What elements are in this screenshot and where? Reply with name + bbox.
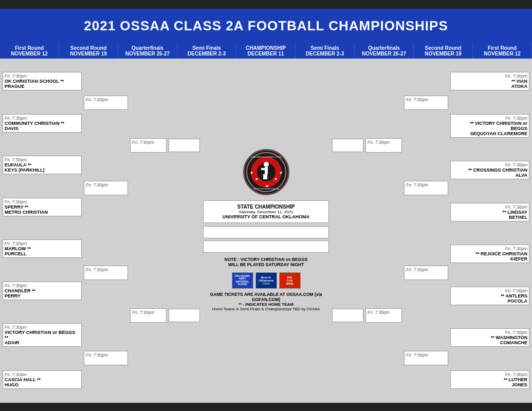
round-header-8: Second Round NOVEMBER 19	[414, 43, 473, 59]
round-headers: First Round NOVEMBER 12 Second Round NOV…	[0, 43, 532, 59]
left-r1-m1-t1: OK CHRISTIAN SCHOOL **	[5, 79, 80, 84]
army-logo: OKLAHOMAARMYNATIONALGUARD	[232, 272, 253, 289]
svg-rect-6	[263, 174, 265, 179]
right-r2-m1: Fri. 7:30pm	[404, 96, 448, 110]
svg-rect-7	[265, 174, 267, 179]
right-r2-m4: Fri. 7:30pm	[404, 351, 448, 365]
right-r1-match-3: Fri. 7:30pm ** CROSSINGS CHRISTIAN ALVA	[450, 161, 529, 179]
left-r2-m4: Fri. 7:30pm	[84, 351, 128, 365]
right-r3-column: Fri. 7:30pm Fri. 7:30pm	[364, 61, 403, 401]
left-r1-match-7: Fri. 7:30pm VICTORY CHRISTIAN or BEGGS *…	[3, 323, 82, 347]
sponsor-logos: OKLAHOMAARMYNATIONALGUARD Best inOklahom…	[232, 272, 301, 289]
svg-text:★: ★	[255, 177, 259, 181]
left-r1-column: Fri. 7:30pm OK CHRISTIAN SCHOOL ** PRAGU…	[2, 61, 83, 401]
center-section: ★ ★ ★ ★ ★ OKLAHOMA SECONDARY SCHOOL ACTI…	[201, 61, 331, 401]
svg-rect-5	[261, 168, 266, 170]
note-line2: WILL BE PLAYED SATURDAY NIGHT	[225, 262, 308, 267]
left-r1-match-5: Fri. 7:00pm MARLOW ** PURCELL	[3, 239, 82, 258]
left-r3-column: Fri. 7:30pm Fri. 7:30pm	[129, 61, 168, 401]
left-r2-m1: Fri. 7:30pm	[84, 96, 128, 110]
ford-logo: Best inOklahoma FORD	[255, 272, 277, 289]
right-r4-m2	[332, 309, 363, 322]
right-r3-m1: Fri. 7:30pm	[365, 138, 402, 153]
footer-line1: GAME TICKETS ARE AVAILABLE AT OSSAA.COM …	[203, 292, 329, 302]
left-r1-match-4: Fri. 7:30pm SPERRY ** METRO CHRISTIAN	[3, 198, 82, 216]
right-r2-column: Fri. 7:30pm Fri. 7:30pm Fri. 7:30pm Fri.…	[403, 61, 449, 401]
championship-venue: UNIVERSITY OF CENTRAL OKLAHOMA	[208, 214, 324, 219]
right-r3-m2: Fri. 7:30pm	[365, 308, 402, 323]
champ-right-semi-box	[203, 240, 329, 253]
note-section: NOTE : VICTORY CHRISTIAN vs BEGGS WILL B…	[225, 257, 308, 267]
left-r4-m2	[169, 309, 200, 322]
right-r2-m3: Fri. 7:30pm	[404, 266, 448, 280]
right-r1-match-4: Fri. 7:30pm ** LINDSAY BETHEL	[450, 203, 529, 221]
left-r3-m1: Fri. 7:30pm	[130, 138, 167, 153]
round-header-2: Second Round NOVEMBER 19	[59, 43, 118, 59]
svg-text:★: ★	[250, 171, 253, 175]
right-r4-column	[331, 61, 364, 401]
right-r1-match-2: Fri. 7:30pm ** VICTORY CHRISTIAN or BEGG…	[450, 114, 529, 138]
note-line1: NOTE : VICTORY CHRISTIAN vs BEGGS	[225, 257, 308, 262]
left-r1-match-8: Fri. 7:30pm CASCIA HALL ** HUGO	[3, 370, 82, 389]
bracket-container: 2021 OSSAA CLASS 2A FOOTBALL CHAMPIONSHI…	[0, 9, 532, 403]
svg-text:ACTIVITIES ASSOCIATION: ACTIVITIES ASSOCIATION	[253, 188, 279, 190]
right-r1-match-7: Fri. 7:30pm ** WASHINGTON COMANCHE	[450, 328, 529, 347]
svg-point-3	[264, 162, 269, 167]
footer-line3: Home Teams in Semi-Finals & Championship…	[203, 307, 329, 311]
left-r2-m3: Fri. 7:30pm	[84, 266, 128, 280]
svg-text:★: ★	[274, 177, 278, 181]
left-r1-match-2: Fri. 7:30pm COMMUNITY CHRISTIAN ** DAVIS	[3, 114, 82, 133]
left-r2-column: Fri. 7:30pm Fri. 7:30pm Fri. 7:30pm Fri.…	[83, 61, 129, 401]
svg-text:★: ★	[279, 171, 283, 175]
round-header-1: First Round NOVEMBER 12	[0, 43, 59, 59]
page-title: 2021 OSSAA CLASS 2A FOOTBALL CHAMPIONSHI…	[0, 9, 532, 43]
ribcrib-logo: RibCribBBQ	[279, 272, 301, 289]
round-header-7: Quarterfinals NOVEMBER 26-27	[355, 43, 414, 59]
left-r3-m2: Fri. 7:30pm	[130, 308, 167, 323]
left-r1-m1-time: Fri. 7:30pm	[5, 73, 80, 79]
left-r1-match-6: Fri. 7:30pm CHANDLER ** PERRY	[3, 282, 82, 300]
left-r4-m1	[169, 139, 200, 152]
state-championship-box: STATE CHAMPIONSHIP Saturday, December 11…	[203, 200, 329, 223]
ossaa-logo-svg: ★ ★ ★ ★ ★ OKLAHOMA SECONDARY SCHOOL ACTI…	[246, 152, 287, 193]
footer-section: GAME TICKETS ARE AVAILABLE AT OSSAA.COM …	[203, 292, 329, 311]
right-r2-m2: Fri. 7:30pm	[404, 181, 448, 195]
left-r1-match-1: Fri. 7:30pm OK CHRISTIAN SCHOOL ** PRAGU…	[3, 72, 82, 90]
championship-date: Saturday, December 11, 2021	[208, 210, 324, 214]
round-header-4: Semi Finals DECEMBER 2-3	[177, 43, 236, 59]
left-r1-m1-t2: PRAGUE	[5, 84, 80, 89]
right-r1-column: Fri. 7:30pm ** VIAN ATOKA Fri. 7:30pm **…	[449, 61, 530, 401]
bracket-body: Fri. 7:30pm OK CHRISTIAN SCHOOL ** PRAGU…	[0, 59, 532, 403]
round-header-6: Semi Finals DECEMBER 2-3	[296, 43, 355, 59]
footer-line2: ** - INDICATES HOME TEAM	[203, 302, 329, 307]
right-r1-match-6: Fri. 7:30pm ** ANTLERS POCOLA	[450, 287, 529, 305]
left-r1-match-3: Fri. 7:30pm EUFAULA ** KEYS (PARKHILL)	[3, 156, 82, 174]
left-r4-column	[168, 61, 201, 401]
round-header-9: First Round NOVEMBER 12	[473, 43, 532, 59]
svg-text:OKLAHOMA SECONDARY SCHOOL: OKLAHOMA SECONDARY SCHOOL	[249, 156, 284, 158]
round-header-5: CHAMPIONSHIP DECEMBER 11	[236, 43, 296, 59]
right-r1-match-5: Fri. 7:30pm ** REJOICE CHRISTIAN KIEFER	[450, 245, 529, 263]
left-r2-m2: Fri. 7:30pm	[84, 181, 128, 195]
right-r1-match-1: Fri. 7:30pm ** VIAN ATOKA	[450, 72, 529, 90]
champ-left-semi-box	[203, 226, 329, 238]
ossaa-logo: ★ ★ ★ ★ ★ OKLAHOMA SECONDARY SCHOOL ACTI…	[243, 149, 289, 195]
right-r4-m1	[332, 139, 363, 152]
championship-label: STATE CHAMPIONSHIP	[208, 204, 324, 210]
round-header-3: Quarterfinals NOVEMBER 26-27	[118, 43, 177, 59]
right-r1-match-8: Fri. 7:30pm ** LUTHER JONES	[450, 370, 529, 389]
